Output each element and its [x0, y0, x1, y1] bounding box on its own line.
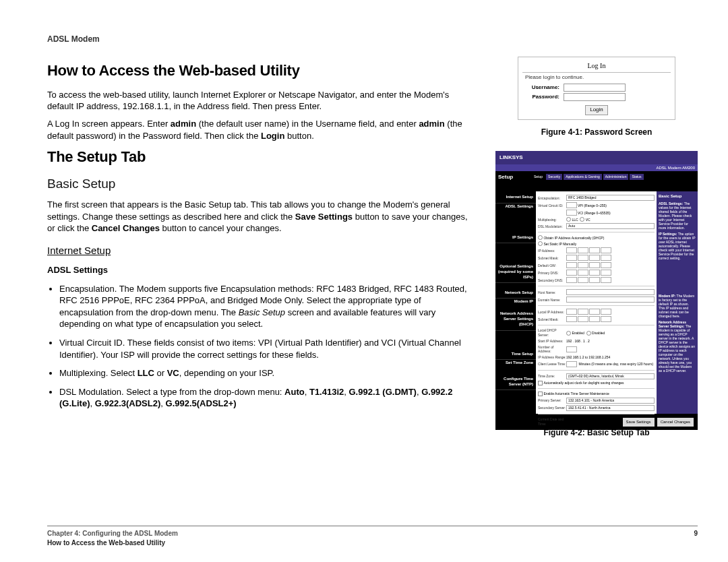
vcid-label: Virtual Circuit ID: [538, 204, 566, 208]
login-button-ref: Login [261, 131, 284, 141]
daylight-check[interactable] [538, 381, 543, 385]
lm1[interactable] [566, 316, 577, 322]
host-input[interactable] [566, 289, 655, 295]
domain-input[interactable] [566, 296, 655, 303]
li4-adsl2: G.922.3(ADSL2) [95, 398, 161, 408]
mux-vc-radio[interactable] [580, 217, 584, 222]
ssrv-lbl: Secondary Server: [538, 406, 566, 410]
li1-italic: Basic Setup [239, 307, 285, 317]
password-input[interactable] [564, 93, 626, 101]
vpi-input[interactable] [566, 202, 577, 208]
dslmod-select[interactable]: Auto [566, 223, 655, 229]
form-area: Encapsulation:RFC 1483 Bridged Virtual C… [536, 191, 657, 414]
dhcp-en-lbl: Enabled [572, 331, 584, 336]
dhcp-dis-radio[interactable] [586, 331, 591, 336]
lip4[interactable] [601, 309, 611, 315]
d23[interactable] [589, 277, 600, 283]
figure-4-1-caption: Figure 4-1: Password Screen [495, 127, 698, 137]
li3-c: , depending on your ISP. [179, 368, 274, 378]
lip2[interactable] [578, 309, 588, 315]
d24[interactable] [601, 277, 611, 283]
ip1[interactable] [566, 247, 577, 253]
side-time-setup: Time Setup [495, 348, 536, 360]
heading-setup-tab: The Setup Tab [47, 147, 475, 167]
basic-setup-paragraph: The first screen that appears is the Bas… [47, 199, 475, 235]
encap-select[interactable]: RFC 1483 Bridged [566, 195, 655, 201]
num-input[interactable] [566, 346, 577, 352]
ip3[interactable] [589, 247, 600, 253]
li4-adsl2p: G.992.5(ADSL2+) [166, 398, 237, 408]
lip3[interactable] [589, 309, 600, 315]
ipaddr-lbl: IP Address: [538, 249, 566, 253]
tab-admin[interactable]: Administration [603, 174, 629, 180]
tz-select[interactable]: (GMT+02:00) Athens, Istanbul, Minsk [566, 373, 655, 379]
tz-lbl: Time Zone: [538, 374, 566, 379]
lease-input[interactable] [566, 361, 577, 367]
cancel-changes-button[interactable]: Cancel Changes [657, 418, 694, 426]
adsl-settings-list: Encapsulation. The Modem supports five E… [59, 283, 475, 410]
login-title: Log In [522, 61, 671, 73]
username-input[interactable] [564, 84, 626, 92]
lm4[interactable] [601, 316, 611, 322]
cancel-changes-ref: Cancel Changes [92, 223, 160, 233]
d21[interactable] [566, 277, 577, 283]
m4[interactable] [601, 255, 611, 261]
tab-status[interactable]: Status [630, 174, 643, 180]
side-nas: Network Address Server Settings (DHCP) [495, 308, 536, 330]
li4-c: , [305, 387, 309, 397]
static-radio[interactable] [538, 241, 543, 246]
side-ip: IP Settings [495, 232, 536, 243]
li3-or: or [154, 368, 167, 378]
heading-internet-setup: Internet Setup [47, 244, 475, 257]
psrv-select[interactable]: 132.163.4.101 - North America [566, 398, 655, 404]
m2[interactable] [578, 255, 588, 261]
ip2[interactable] [578, 247, 588, 253]
d22[interactable] [578, 277, 588, 283]
d12[interactable] [578, 270, 588, 276]
localip-lbl: Local IP Address: [538, 310, 566, 315]
login-text-1: A Log In screen appears. Enter [47, 119, 171, 129]
tab-applications[interactable]: Applications & Gaming [564, 174, 602, 180]
tab-security[interactable]: Security [546, 174, 562, 180]
autotime-check[interactable] [538, 392, 543, 396]
start-lbl: Start IP Address: [538, 339, 566, 344]
dhcp-auto-radio[interactable] [538, 235, 543, 240]
num-lbl: Number of Address: [538, 345, 566, 354]
mux-llc-radio[interactable] [566, 217, 571, 222]
m1[interactable] [566, 255, 577, 261]
g4[interactable] [601, 262, 611, 268]
range-lbl: IP Address Range: [538, 355, 566, 360]
li3-a: Multiplexing. Select [59, 368, 138, 378]
login-text-4: button. [284, 131, 313, 141]
g1[interactable] [566, 262, 577, 268]
login-button[interactable]: Login [585, 105, 608, 115]
gw-lbl: Default GW: [538, 263, 566, 268]
vci-input[interactable] [566, 210, 577, 216]
login-msg: Please login to continue. [522, 73, 671, 83]
lm3[interactable] [589, 316, 600, 322]
save-settings-button[interactable]: Save Settings [623, 418, 655, 426]
d11[interactable] [566, 270, 577, 276]
figure-4-2-basic-setup: LINKSYS ADSL Modem AM200 Setup SetupSecu… [495, 151, 698, 420]
figure-4-2-caption: Figure 4-2: Basic Setup Tab [495, 427, 698, 438]
g3[interactable] [589, 262, 600, 268]
d14[interactable] [601, 270, 611, 276]
dhcp-en-radio[interactable] [566, 331, 571, 336]
m3[interactable] [589, 255, 600, 261]
figure-4-1-login: Log In Please login to continue. Usernam… [518, 57, 675, 120]
footer-chapter: Chapter 4: Configuring the ADSL Modem [47, 529, 178, 538]
g2[interactable] [578, 262, 588, 268]
brand-logo: LINKSYS [499, 154, 523, 162]
lm2[interactable] [578, 316, 588, 322]
d13[interactable] [589, 270, 600, 276]
side-set-tz: Set Time Zone [495, 360, 536, 368]
side-optional: Optional Settings (required by some ISPs… [495, 261, 536, 283]
tab-setup[interactable]: Setup [532, 174, 545, 180]
vci-desc: VCI (Range 0~65535) [578, 211, 611, 216]
ip4[interactable] [601, 247, 611, 253]
lip1[interactable] [566, 309, 577, 315]
save-settings-ref: Save Settings [295, 212, 353, 222]
ssrv-select[interactable]: 192.5.41.41 - North America [566, 405, 655, 411]
domain-lbl: Domain Name: [538, 298, 566, 303]
dhcp-lbl: Local DHCP Server: [538, 328, 566, 338]
